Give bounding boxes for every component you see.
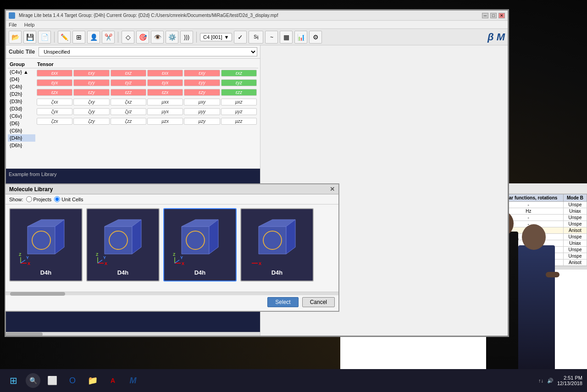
menu-help[interactable]: Help — [24, 22, 35, 28]
svg-line-49 — [98, 260, 102, 263]
tensor-cell: ζxz — [111, 99, 146, 105]
sym-cell: Unspe — [564, 234, 587, 240]
group-d3d[interactable]: {D3d} — [8, 105, 35, 112]
mol-scrollbar[interactable] — [6, 292, 338, 295]
mol-item-4[interactable]: X D4h — [240, 208, 314, 282]
tensor-cell: εyz — [111, 79, 146, 86]
group-c6h[interactable]: {C6h} — [8, 127, 35, 134]
tensor-cell: εyx — [147, 79, 183, 86]
svg-text:X: X — [28, 261, 30, 266]
toolbar-sep-1 — [54, 32, 55, 43]
tensor-cell: μzz — [221, 118, 257, 125]
acrobat-button[interactable]: A — [105, 372, 121, 389]
mol-scrollbar-thumb[interactable] — [10, 292, 65, 296]
example-library-label: Example from Library — [9, 171, 57, 177]
edit-btn[interactable]: ✏️ — [58, 31, 71, 44]
settings-btn[interactable]: ⚙️ — [166, 31, 178, 44]
close-btn[interactable]: ✕ — [498, 13, 505, 18]
open-btn[interactable]: 📂 — [9, 31, 22, 44]
svg-text:Z: Z — [96, 252, 99, 257]
restore-btn[interactable]: □ — [490, 13, 497, 18]
network-icon: ↑↓ — [538, 378, 543, 383]
sym-cell: Unspe — [564, 202, 587, 208]
mol-lib-header: Molecule Library ✕ — [6, 184, 338, 194]
group-d2h[interactable]: {D2h} — [8, 90, 35, 98]
tensor-cell: ζzy — [73, 118, 109, 125]
group-d4h[interactable]: {D4h} — [8, 134, 35, 142]
tensor-cell: ζzz — [111, 118, 146, 125]
gear-btn[interactable]: ⚙ — [309, 31, 322, 44]
rotation-dropdown[interactable]: C4 [001] ▼ — [200, 33, 232, 41]
windows-logo-icon: ⊞ — [10, 375, 17, 386]
radio-unit-cells-input[interactable] — [54, 196, 60, 202]
minimize-btn[interactable]: ─ — [482, 13, 488, 18]
group-d6[interactable]: {D6} — [8, 120, 35, 127]
tensor-grid-container: Tensor εxx εxy εxz εxx εxy εxz εyx εyy — [35, 61, 258, 166]
mol-lib-toolbar: Show: Projects Unit Cells — [6, 194, 338, 204]
search-button[interactable]: 🔍 — [26, 373, 40, 388]
title-text: Mirage Lite beta 1.4.4 Target Group: {D4… — [19, 13, 478, 18]
window-controls: ─ □ ✕ — [482, 13, 505, 18]
mol-label-1: D4h — [40, 269, 52, 276]
mol-lib-close-btn[interactable]: ✕ — [330, 186, 335, 193]
chart-btn[interactable]: 📊 — [294, 31, 307, 44]
tensor-cell: εxz — [111, 70, 146, 77]
mol-item-2[interactable]: X Z Y D4h — [86, 208, 160, 282]
mol-item-3[interactable]: X Z Y D4h — [163, 208, 237, 282]
explorer-button[interactable]: 📁 — [84, 372, 101, 389]
sym-cell: Uniax — [564, 240, 587, 247]
save-btn[interactable]: 💾 — [23, 31, 36, 44]
start-button[interactable]: ⊞ — [5, 372, 22, 389]
sym-cell: Unspe — [564, 253, 587, 259]
task-view-icon: ⬜ — [47, 375, 57, 386]
cancel-btn[interactable]: Cancel — [302, 297, 335, 307]
antenna-btn[interactable]: ))) — [180, 31, 193, 44]
signal-btn[interactable]: ~ — [265, 31, 278, 44]
tensor-cell: εzx — [147, 89, 183, 96]
group-d3h[interactable]: {D3h} — [8, 98, 35, 105]
grid2-btn[interactable]: ▦ — [280, 31, 293, 44]
clock: 2:51 PM 12/13/2018 — [557, 375, 582, 386]
group-c4h[interactable]: {C4h} — [8, 83, 35, 90]
radio-unit-cells[interactable]: Unit Cells — [54, 196, 83, 202]
cut-btn[interactable]: ✂️ — [102, 31, 115, 44]
taskbar: ⊞ 🔍 ⬜ O 📁 A M ↑↓ 🔊 2:51 PM 12/13/2018 — [0, 369, 587, 392]
task-view-button[interactable]: ⬜ — [44, 372, 61, 389]
menu-file[interactable]: File — [9, 22, 17, 28]
tensor-row-1: εxx εxy εxz εxx εxy εxz — [35, 68, 258, 78]
tensor-cell: εyx — [37, 79, 72, 86]
tensor-row-3: εzx εzy εzz εzx εzy εzz — [35, 88, 258, 97]
scroll-thumb[interactable] — [6, 332, 43, 336]
person-btn[interactable]: 👤 — [87, 31, 100, 44]
outlook-icon: O — [69, 376, 76, 386]
radio-projects[interactable]: Projects — [26, 196, 52, 202]
tensor-cell: ζxx — [37, 99, 72, 105]
svg-text:X: X — [182, 261, 184, 266]
group-c6v[interactable]: {C6v} — [8, 112, 35, 120]
mirage-button[interactable]: M — [125, 372, 141, 389]
target-btn[interactable]: 🎯 — [136, 31, 149, 44]
group-c4v[interactable]: {C4v} ▲ — [8, 68, 35, 76]
outlook-button[interactable]: O — [64, 372, 81, 389]
tensor-cell: ζxy — [73, 99, 109, 105]
tensor-cell: μxy — [184, 99, 220, 105]
cubic-tile-dropdown[interactable]: Unspecified — [39, 47, 257, 56]
time-display: 2:51 PM — [557, 375, 582, 381]
mol-item-1[interactable]: X Z Y D4h — [9, 208, 83, 282]
explorer-icon: 📁 — [88, 375, 98, 386]
mol-label-2: D4h — [117, 269, 129, 276]
toolbar-sep-2 — [118, 32, 118, 43]
sij-btn[interactable]: Sij — [249, 31, 263, 44]
diamond-btn[interactable]: ◇ — [122, 31, 134, 44]
check-btn[interactable]: ✓ — [234, 31, 247, 44]
eye-btn[interactable]: 👁️ — [151, 31, 164, 44]
group-d6h[interactable]: {D6h} — [8, 142, 35, 149]
select-btn[interactable]: Select — [267, 297, 298, 307]
tensor-cell: εzy — [73, 89, 109, 96]
save-as-btn[interactable]: 📄 — [38, 31, 51, 44]
tensor-cell: μxz — [221, 99, 257, 105]
group-d4[interactable]: {D4} — [8, 76, 35, 83]
show-label: Show: — [9, 197, 23, 202]
radio-projects-input[interactable] — [26, 196, 32, 202]
grid-btn[interactable]: ⊞ — [72, 31, 85, 44]
